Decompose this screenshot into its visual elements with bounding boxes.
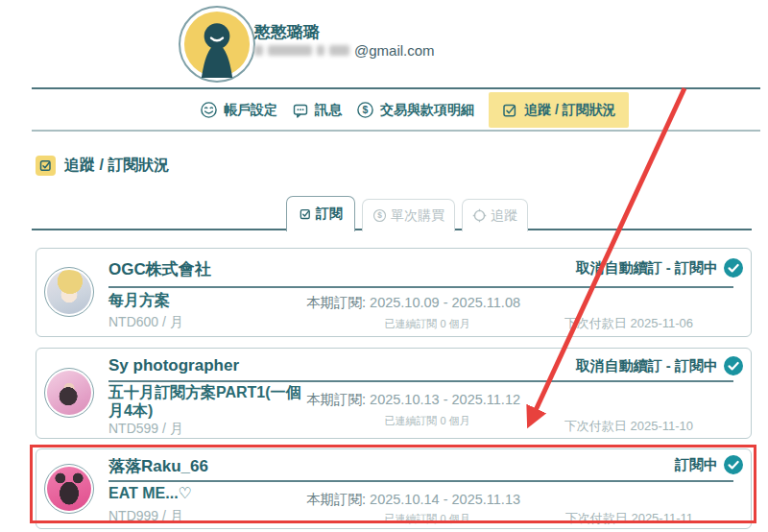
creator-name[interactable]: Sy photographer [108, 356, 239, 375]
period-dates: 2025.10.09 - 2025.11.08 [370, 295, 520, 310]
creator-avatar [44, 368, 94, 418]
nav-label: 追蹤 / 訂閱狀況 [524, 102, 616, 119]
target-icon [472, 208, 487, 223]
tab-label: 追蹤 [491, 207, 517, 225]
period-label: 本期訂閱: [306, 492, 370, 507]
nav-label: 帳戶設定 [224, 102, 277, 119]
dollar-icon: $ [372, 208, 387, 223]
redacted-email-block [254, 45, 263, 56]
nav-bottom-divider [32, 130, 760, 132]
dollar-icon: $ [356, 101, 374, 119]
redacted-email-block [317, 45, 324, 56]
status-badge[interactable]: 訂閱中 [675, 455, 743, 474]
creator-avatar [44, 464, 94, 514]
period-label: 本期訂閱: [306, 295, 370, 310]
subscription-period: 本期訂閱: 2025.10.09 - 2025.11.08 [306, 294, 548, 312]
svg-text:$: $ [377, 211, 382, 220]
nav-label: 交易與款項明細 [380, 102, 474, 119]
status-text: 取消自動續訂 - 訂閱中 [576, 259, 718, 278]
user-name: 憨憨璐璐 [254, 21, 320, 43]
account-nav: 帳戶設定 訊息 $ 交易與款項明細 追蹤 / 訂閱狀況 [200, 92, 629, 128]
streak-text: 已連續訂閱 0 個月 [306, 414, 548, 428]
nav-item-messages[interactable]: 訊息 [292, 92, 342, 128]
tab-subscriptions[interactable]: 訂閱 [286, 196, 355, 231]
nav-item-account-settings[interactable]: 帳戶設定 [200, 92, 277, 128]
message-icon [292, 102, 309, 119]
section-title: 追蹤 / 訂閱狀況 [36, 156, 169, 176]
nav-top-divider [32, 87, 760, 89]
subscription-period: 本期訂閱: 2025.10.13 - 2025.11.12 [306, 391, 548, 409]
person-icon [183, 11, 251, 78]
email-domain: @gmail.com [354, 42, 435, 59]
creator-name[interactable]: OGC株式會社 [108, 258, 211, 280]
next-payment-date: 下次付款日 2025-11-10 [564, 418, 693, 435]
status-badge[interactable]: 取消自動續訂 - 訂閱中 [576, 258, 743, 278]
checkbox-icon [501, 102, 518, 119]
nav-item-follow-subscription[interactable]: 追蹤 / 訂閱狀況 [489, 92, 629, 128]
subscription-card-raku: 落落Raku_66 EAT ME...♡ NTD999 / 月 本期訂閱: 20… [36, 448, 752, 529]
tab-label: 訂閱 [316, 206, 343, 223]
period-column: 本期訂閱: 2025.10.13 - 2025.11.12 已連續訂閱 0 個月 [306, 391, 548, 428]
plan-price: NTD600 / 月 [108, 314, 183, 331]
redacted-email-block [268, 45, 312, 56]
check-circle-icon [724, 356, 743, 375]
face-icon [200, 101, 218, 119]
streak-text: 已連續訂閱 0 個月 [306, 512, 548, 526]
plan-price: NTD599 / 月 [108, 421, 183, 438]
status-text: 取消自動續訂 - 訂閱中 [576, 357, 718, 375]
nav-label: 訊息 [315, 102, 342, 119]
next-payment-date: 下次付款日 2025-11-11 [565, 510, 693, 527]
period-column: 本期訂閱: 2025.10.09 - 2025.11.08 已連續訂閱 0 個月 [306, 294, 548, 331]
status-text: 訂閱中 [675, 456, 718, 474]
tab-single-purchase[interactable]: $ 單次購買 [362, 199, 455, 231]
period-dates: 2025.10.13 - 2025.11.12 [370, 392, 520, 407]
subscription-card-ogc: OGC株式會社 每月方案 NTD600 / 月 本期訂閱: 2025.10.09… [36, 248, 752, 337]
streak-text: 已連續訂閱 0 個月 [306, 317, 548, 331]
tab-follow[interactable]: 追蹤 [462, 199, 528, 231]
status-badge[interactable]: 取消自動續訂 - 訂閱中 [576, 356, 743, 375]
tab-label: 單次購買 [391, 207, 444, 225]
period-column: 本期訂閱: 2025.10.14 - 2025.11.13 已連續訂閱 0 個月 [306, 491, 548, 526]
check-circle-icon [724, 258, 743, 278]
creator-avatar [44, 267, 94, 317]
user-email: @gmail.com [254, 42, 435, 59]
check-circle-icon [724, 455, 743, 474]
period-dates: 2025.10.14 - 2025.11.13 [370, 492, 520, 507]
checkbox-icon [299, 207, 312, 221]
card-divider [108, 380, 733, 382]
subscription-tabs: 訂閱 $ 單次購買 追蹤 [286, 196, 528, 231]
plan-name: 五十月訂閱方案PART1(一個月4本) [108, 384, 305, 421]
subscription-card-sy: Sy photographer 五十月訂閱方案PART1(一個月4本) NTD5… [36, 348, 752, 439]
nav-item-transactions[interactable]: $ 交易與款項明細 [356, 92, 474, 128]
creator-name[interactable]: 落落Raku_66 [108, 455, 208, 477]
redacted-email-block [329, 45, 349, 56]
plan-price: NTD999 / 月 [108, 508, 183, 525]
section-title-label: 追蹤 / 訂閱狀況 [64, 156, 169, 176]
card-divider [108, 480, 733, 482]
checkbox-icon [36, 156, 56, 176]
plan-name: 每月方案 [108, 292, 170, 310]
user-avatar [179, 6, 255, 83]
member-subscription-page: 憨憨璐璐 @gmail.com 帳戶設定 訊息 [0, 0, 768, 532]
plan-name: EAT ME...♡ [108, 485, 192, 503]
card-divider [108, 286, 733, 288]
period-label: 本期訂閱: [306, 392, 370, 407]
svg-text:$: $ [363, 104, 369, 115]
subscription-period: 本期訂閱: 2025.10.14 - 2025.11.13 [306, 491, 548, 509]
next-payment-date: 下次付款日 2025-11-06 [564, 315, 693, 332]
